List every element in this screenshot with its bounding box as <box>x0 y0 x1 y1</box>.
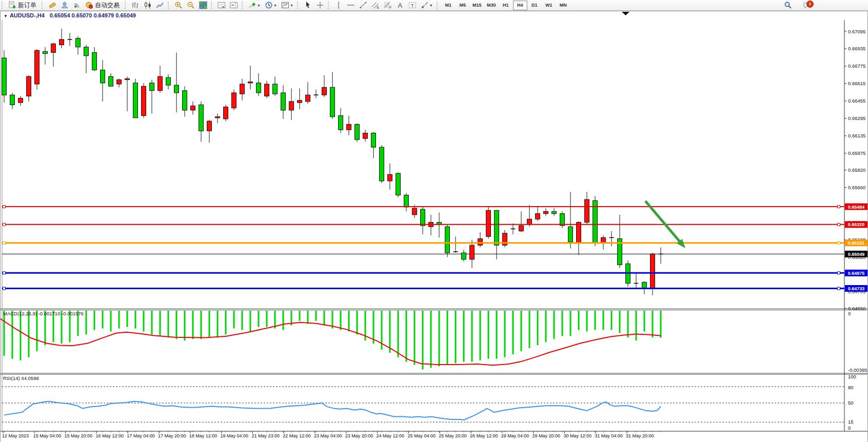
text-button[interactable]: A <box>394 0 406 10</box>
candle-body <box>10 95 15 105</box>
toolbar-grip <box>328 2 330 9</box>
candle-body <box>388 174 392 181</box>
zoom-out-button[interactable] <box>185 0 196 10</box>
candle-body <box>462 253 466 259</box>
candle-body <box>363 133 368 139</box>
chart-ohlc-values: 0.65054 0.65070 0.64979 0.65049 <box>50 12 136 18</box>
candlestick-button[interactable] <box>142 0 153 10</box>
svg-text:0.66615: 0.66615 <box>848 81 865 86</box>
candle-body <box>232 93 236 108</box>
tile-windows-button[interactable] <box>198 0 209 10</box>
line-handle[interactable] <box>838 272 840 274</box>
svg-text:16 May 12:00: 16 May 12:00 <box>95 433 124 438</box>
template-icon <box>281 1 289 9</box>
svg-text:T: T <box>411 3 414 8</box>
line-handle[interactable] <box>3 242 6 244</box>
line-handle[interactable] <box>3 223 6 226</box>
chart-shift-marker[interactable] <box>622 12 629 15</box>
candle-body <box>125 78 130 79</box>
candle-body <box>43 51 48 53</box>
macd-pane: 0-0.003853 <box>1 311 867 373</box>
line-handle[interactable] <box>838 242 840 244</box>
toolbar-grip <box>125 2 127 9</box>
timeframe-button-m30[interactable]: M30 <box>484 1 499 10</box>
candle-body <box>150 83 154 91</box>
line-handle[interactable] <box>838 223 840 226</box>
candle-body <box>495 210 499 245</box>
svg-text:0.65975: 0.65975 <box>848 150 865 156</box>
timeframe-button-w1[interactable]: W1 <box>542 1 556 10</box>
svg-text:15: 15 <box>848 419 854 425</box>
line-handle[interactable] <box>3 272 6 274</box>
signal-button[interactable] <box>71 0 83 10</box>
template-button[interactable]: ▼ <box>280 0 295 10</box>
svg-text:0.66775: 0.66775 <box>848 63 865 69</box>
label-button[interactable]: T <box>407 0 418 10</box>
bar-chart-button[interactable] <box>130 0 141 10</box>
candle-body <box>322 87 327 95</box>
shapes-button[interactable]: ▼ <box>419 0 435 10</box>
line-handle[interactable] <box>3 206 6 208</box>
new-order-button[interactable]: 新订单 <box>7 0 40 10</box>
timeframe-button-h4[interactable]: H4 <box>513 1 527 10</box>
timeframe-button-m5[interactable]: M5 <box>456 1 470 10</box>
candle-body <box>174 85 179 93</box>
toolbar-groups: 新订单自动交易▼▼▼EFAT▼M1M5M15M30H1H4D1W1MN <box>0 0 570 10</box>
community-button[interactable] <box>59 0 70 10</box>
zoom-in-button[interactable] <box>173 0 184 10</box>
svg-text:29 May 04:00: 29 May 04:00 <box>501 433 529 438</box>
hline-button[interactable] <box>345 0 357 10</box>
line-handle[interactable] <box>838 206 840 208</box>
candle-body <box>207 121 212 131</box>
period-clock-button[interactable]: ▼ <box>263 0 279 10</box>
trendline-button[interactable] <box>358 0 369 10</box>
timeframe-button-d1[interactable]: D1 <box>527 1 542 10</box>
vline-icon <box>334 1 343 9</box>
candle-body <box>224 107 228 119</box>
timeframe-button-h1[interactable]: H1 <box>499 1 513 10</box>
svg-text:0.66455: 0.66455 <box>848 98 865 104</box>
search-icon <box>784 1 792 9</box>
timeframe-button-m15[interactable]: M15 <box>470 1 484 10</box>
svg-text:15 May 04:00: 15 May 04:00 <box>33 433 62 438</box>
vline-button[interactable] <box>333 0 344 10</box>
chevron-down-icon: ▼ <box>273 4 277 7</box>
svg-text:29 May 20:00: 29 May 20:00 <box>532 433 561 438</box>
autoscroll-button[interactable] <box>216 0 227 10</box>
svg-text:0.65049: 0.65049 <box>848 252 865 257</box>
cursor-button[interactable] <box>302 0 313 10</box>
candle-body <box>240 84 245 94</box>
toolbar-grip <box>297 2 300 9</box>
autotrade-button[interactable]: 自动交易 <box>84 0 123 10</box>
chart-window[interactable]: ▼AUDUSD-,H40.65054 0.65070 0.64979 0.650… <box>0 11 868 442</box>
chart-shift-button[interactable] <box>228 0 240 10</box>
notification-badge: 1 <box>806 1 814 8</box>
time-axis: 12 May 202315 May 04:0015 May 20:0016 Ma… <box>2 431 661 438</box>
toolbar-group <box>302 0 326 10</box>
autoscroll-icon <box>218 1 226 9</box>
svg-text:15 May 20:00: 15 May 20:00 <box>65 433 93 438</box>
line-chart-button[interactable] <box>154 0 166 10</box>
new-order-icon <box>8 1 16 9</box>
candle-body <box>248 82 253 83</box>
chart-canvas[interactable]: 0.670950.669350.667750.666150.664550.662… <box>1 11 867 442</box>
line-handle[interactable] <box>3 287 6 290</box>
candle-body <box>486 210 491 236</box>
mql-button[interactable] <box>47 0 58 10</box>
crosshair-button[interactable] <box>314 0 326 10</box>
channel-button[interactable]: E <box>370 0 381 10</box>
fibonacci-button[interactable]: F <box>382 0 393 10</box>
timeframe-button-mn[interactable]: MN <box>556 1 570 10</box>
svg-text:0.65484: 0.65484 <box>848 205 865 210</box>
line-handle[interactable] <box>838 287 840 290</box>
candle-body <box>306 95 310 102</box>
autotrade-icon <box>85 1 93 9</box>
svg-text:0.66135: 0.66135 <box>848 133 865 138</box>
timeframe-button-m1[interactable]: M1 <box>441 1 456 10</box>
svg-text:0.67095: 0.67095 <box>848 29 865 34</box>
candlestick-icon <box>144 1 152 9</box>
search-button[interactable] <box>782 0 794 10</box>
zoom-in-icon <box>174 1 183 9</box>
candle-body <box>215 117 220 118</box>
add-indicator-button[interactable]: ▼ <box>247 0 262 10</box>
